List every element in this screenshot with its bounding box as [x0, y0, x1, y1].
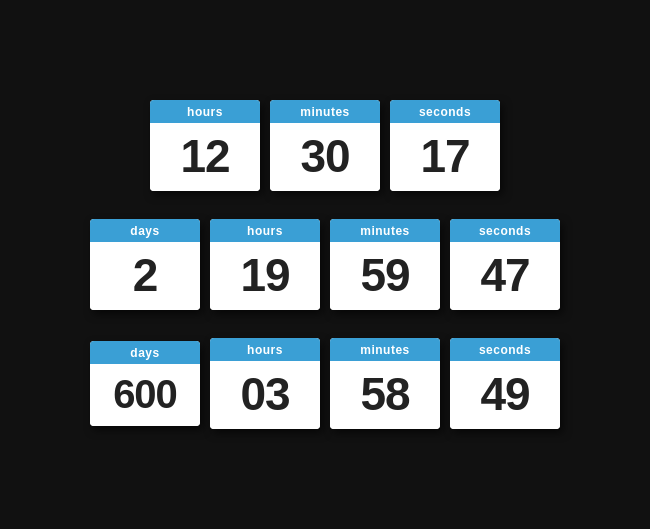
tile-label-seconds-0: seconds: [390, 100, 500, 123]
countdown-row-1: days2hours19minutes59seconds47: [90, 219, 560, 310]
tile-value-hours-0: 12: [150, 123, 260, 191]
tile-seconds-2: seconds49: [450, 338, 560, 429]
tile-label-minutes-2: minutes: [330, 338, 440, 361]
tile-label-minutes-1: minutes: [330, 219, 440, 242]
tile-label-hours-2: hours: [210, 338, 320, 361]
tile-label-days-2: days: [90, 341, 200, 364]
tile-days-2: days600: [90, 341, 200, 426]
tile-minutes-1: minutes59: [330, 219, 440, 310]
tile-value-minutes-2: 58: [330, 361, 440, 429]
tile-value-minutes-1: 59: [330, 242, 440, 310]
tile-value-seconds-1: 47: [450, 242, 560, 310]
tile-hours-2: hours03: [210, 338, 320, 429]
tile-value-seconds-0: 17: [390, 123, 500, 191]
tile-hours-1: hours19: [210, 219, 320, 310]
tile-days-1: days2: [90, 219, 200, 310]
tile-label-seconds-1: seconds: [450, 219, 560, 242]
tile-hours-0: hours12: [150, 100, 260, 191]
tile-label-hours-0: hours: [150, 100, 260, 123]
tile-value-days-1: 2: [90, 242, 200, 310]
tile-label-seconds-2: seconds: [450, 338, 560, 361]
tile-minutes-2: minutes58: [330, 338, 440, 429]
tile-value-hours-1: 19: [210, 242, 320, 310]
tile-value-days-2: 600: [90, 364, 200, 426]
tile-seconds-1: seconds47: [450, 219, 560, 310]
tile-label-hours-1: hours: [210, 219, 320, 242]
tile-label-minutes-0: minutes: [270, 100, 380, 123]
tile-minutes-0: minutes30: [270, 100, 380, 191]
tile-value-minutes-0: 30: [270, 123, 380, 191]
tile-value-seconds-2: 49: [450, 361, 560, 429]
tile-label-days-1: days: [90, 219, 200, 242]
countdown-container: hours12minutes30seconds17days2hours19min…: [90, 100, 560, 429]
tile-value-hours-2: 03: [210, 361, 320, 429]
countdown-row-2: days600hours03minutes58seconds49: [90, 338, 560, 429]
countdown-row-0: hours12minutes30seconds17: [150, 100, 500, 191]
tile-seconds-0: seconds17: [390, 100, 500, 191]
